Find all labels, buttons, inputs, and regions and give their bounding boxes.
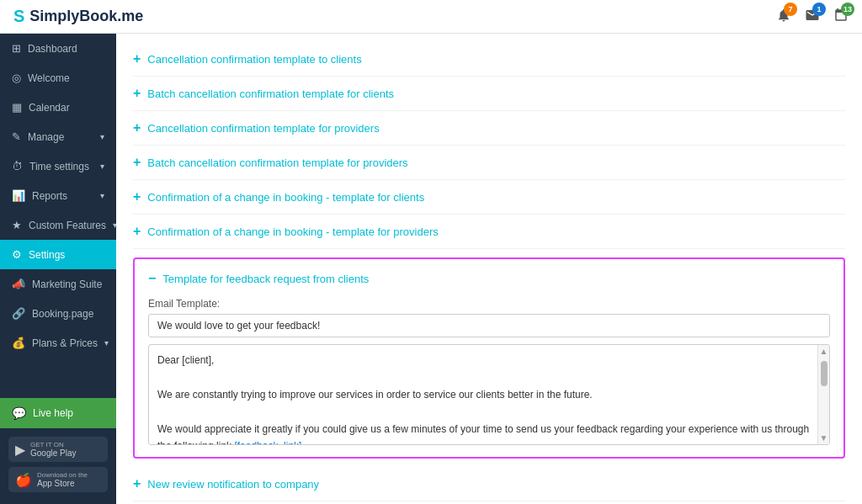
email-template-label: Email Template: xyxy=(148,298,830,310)
time-settings-chevron: ▾ xyxy=(100,162,104,171)
sidebar-label-time-settings: Time settings xyxy=(29,161,89,172)
sidebar-item-time-settings[interactable]: ⏱ Time settings ▾ xyxy=(0,151,116,181)
accordion-change-booking-provider: + Confirmation of a change in booking - … xyxy=(133,215,845,249)
live-help-button[interactable]: 💬 Live help xyxy=(0,398,116,428)
scroll-up-arrow[interactable]: ▲ xyxy=(818,345,830,358)
expand-icon: + xyxy=(133,477,141,491)
calendar-badge: 13 xyxy=(841,3,854,16)
sidebar: ⊞ Dashboard ◎ Welcome ▦ Calendar ✎ Manag… xyxy=(0,34,116,504)
notification-bell[interactable]: 7 xyxy=(776,8,791,25)
welcome-icon: ◎ xyxy=(12,72,21,84)
reports-chevron: ▾ xyxy=(100,191,104,200)
accordion-header-cancellation-client[interactable]: + Cancellation confirmation template to … xyxy=(133,52,845,66)
sidebar-item-calendar[interactable]: ▦ Calendar xyxy=(0,93,116,122)
manage-icon: ✎ xyxy=(12,130,21,143)
sidebar-label-custom-features: Custom Features xyxy=(29,220,106,231)
accordion-header-batch-cancellation-client[interactable]: + Batch cancellation confirmation templa… xyxy=(133,87,845,100)
accordion-header-batch-cancellation-provider[interactable]: + Batch cancellation confirmation templa… xyxy=(133,156,845,169)
sidebar-label-plans-prices: Plans & Prices xyxy=(32,337,98,349)
logo-text: SimplyBook.me xyxy=(29,8,143,25)
booking-page-icon: 🔗 xyxy=(12,307,25,320)
google-play-sublabel: GET IT ON xyxy=(30,441,76,448)
scroll-bar[interactable]: ▲ ▼ xyxy=(817,345,829,444)
google-play-button[interactable]: ▶ GET IT ON Google Play xyxy=(8,437,108,462)
accordion-header-change-booking-provider[interactable]: + Confirmation of a change in booking - … xyxy=(133,225,845,238)
body-line1: Dear [client], xyxy=(157,352,821,369)
accordion-cancellation-client: + Cancellation confirmation template to … xyxy=(133,42,845,77)
calendar-icon-wrap[interactable]: 13 xyxy=(833,8,849,25)
expand-icon: + xyxy=(133,121,141,135)
email-badge: 1 xyxy=(812,3,826,16)
topbar-icons: 7 1 13 xyxy=(776,8,849,25)
sidebar-item-dashboard[interactable]: ⊞ Dashboard xyxy=(0,34,116,63)
body-line2: We are constantly trying to improve our … xyxy=(157,386,821,403)
body-line3: We would appreciate it greatly if you co… xyxy=(157,421,821,444)
sidebar-label-dashboard: Dashboard xyxy=(28,43,77,55)
reports-icon: 📊 xyxy=(12,189,25,202)
accordion-batch-cancellation-client: + Batch cancellation confirmation templa… xyxy=(133,77,845,111)
sidebar-label-welcome: Welcome xyxy=(28,72,70,84)
scroll-thumb[interactable] xyxy=(821,361,827,386)
accordion-new-review: + New review notification to company xyxy=(133,467,845,501)
sidebar-label-marketing-suite: Marketing Suite xyxy=(32,279,102,290)
dashboard-icon: ⊞ xyxy=(12,42,21,55)
accordion-feedback-expanded: − Template for feedback request from cli… xyxy=(133,257,845,459)
expand-icon: + xyxy=(133,190,141,204)
sidebar-item-welcome[interactable]: ◎ Welcome xyxy=(0,63,116,93)
sidebar-item-custom-features[interactable]: ★ Custom Features ▾ xyxy=(0,210,116,240)
calendar-icon: ▦ xyxy=(12,101,22,114)
accordion-label-cancellation-provider: Cancellation confirmation template for p… xyxy=(147,122,379,135)
sidebar-item-plans-prices[interactable]: 💰 Plans & Prices ▾ xyxy=(0,328,116,358)
plans-prices-chevron: ▾ xyxy=(104,338,109,347)
accordion-header-new-review[interactable]: + New review notification to company xyxy=(133,477,845,491)
expand-icon: + xyxy=(133,87,141,100)
time-settings-icon: ⏱ xyxy=(12,160,23,172)
live-help-icon: 💬 xyxy=(12,406,26,420)
app-store-button[interactable]: 🍎 Download on the App Store xyxy=(8,467,108,492)
email-icon-wrap[interactable]: 1 xyxy=(805,8,820,25)
accordion-label-change-booking-client: Confirmation of a change in booking - te… xyxy=(147,191,424,204)
sidebar-label-booking-page: Booking.page xyxy=(32,308,93,320)
sidebar-item-manage[interactable]: ✎ Manage ▾ xyxy=(0,122,116,151)
accordion-header-feedback[interactable]: − Template for feedback request from cli… xyxy=(148,271,830,286)
custom-features-icon: ★ xyxy=(12,219,22,231)
sidebar-bottom: ▶ GET IT ON Google Play 🍎 Download on th… xyxy=(0,428,116,504)
sidebar-label-reports: Reports xyxy=(32,190,67,202)
app-store-label: App Store xyxy=(37,479,74,488)
accordion-label-feedback: Template for feedback request from clien… xyxy=(162,273,369,285)
email-body-area[interactable]: Dear [client], We are constantly trying … xyxy=(148,344,830,445)
expand-icon: + xyxy=(133,52,141,66)
google-play-icon: ▶ xyxy=(15,442,25,458)
notification-badge: 7 xyxy=(784,3,797,16)
accordion-header-change-booking-client[interactable]: + Confirmation of a change in booking - … xyxy=(133,190,845,204)
sidebar-label-settings: Settings xyxy=(29,249,65,261)
google-play-store-label: Google Play xyxy=(30,448,76,458)
topbar: S SimplyBook.me 7 1 13 xyxy=(0,0,862,34)
sidebar-item-booking-page[interactable]: 🔗 Booking.page xyxy=(0,299,116,328)
marketing-suite-icon: 📣 xyxy=(12,278,25,290)
expand-icon: + xyxy=(133,156,141,169)
scroll-down-arrow[interactable]: ▼ xyxy=(818,432,830,444)
sidebar-item-settings[interactable]: ⚙ Settings xyxy=(0,240,116,269)
settings-icon: ⚙ xyxy=(12,248,22,261)
accordion-label-change-booking-provider: Confirmation of a change in booking - te… xyxy=(147,225,438,238)
accordion-label-batch-cancellation-client: Batch cancellation confirmation template… xyxy=(147,88,394,100)
accordion-cancellation-provider: + Cancellation confirmation template for… xyxy=(133,111,845,146)
sidebar-item-reports[interactable]: 📊 Reports ▾ xyxy=(0,181,116,210)
accordion-header-cancellation-provider[interactable]: + Cancellation confirmation template for… xyxy=(133,121,845,135)
accordion-label-new-review: New review notification to company xyxy=(147,478,319,491)
accordion-label-batch-cancellation-provider: Batch cancellation confirmation template… xyxy=(147,157,407,169)
sidebar-label-calendar: Calendar xyxy=(29,102,70,114)
email-subject-input[interactable] xyxy=(148,314,830,337)
feedback-link[interactable]: [feedback_link] xyxy=(234,440,301,444)
collapse-icon: − xyxy=(148,271,156,286)
app-store-sublabel: Download on the xyxy=(37,471,88,479)
accordion-label-cancellation-client: Cancellation confirmation template to cl… xyxy=(147,53,361,66)
manage-chevron: ▾ xyxy=(100,132,104,141)
sidebar-item-marketing-suite[interactable]: 📣 Marketing Suite xyxy=(0,269,116,299)
body-spacer1 xyxy=(157,369,821,385)
live-help-label: Live help xyxy=(33,407,73,419)
expand-icon: + xyxy=(133,225,141,238)
logo: S SimplyBook.me xyxy=(13,7,143,26)
sidebar-label-manage: Manage xyxy=(28,131,64,143)
